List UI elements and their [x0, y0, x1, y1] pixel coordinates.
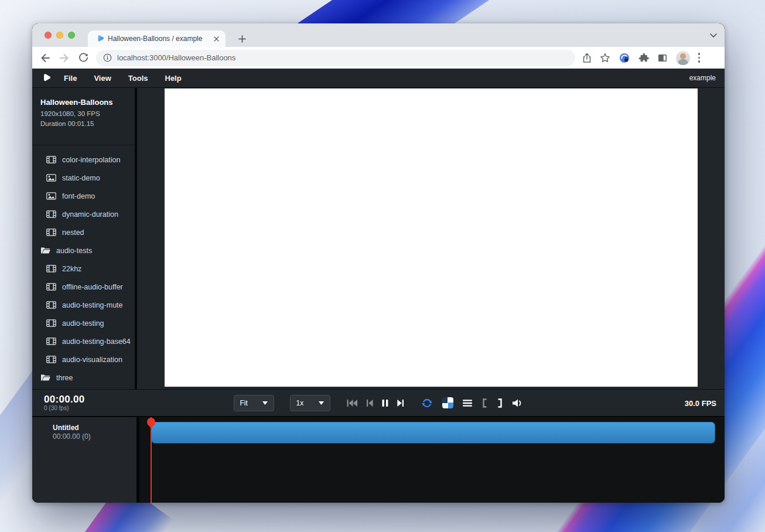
sidebar-composition-item[interactable]: static-demo — [32, 169, 135, 187]
composition-label: font-demo — [62, 192, 95, 200]
film-icon — [46, 356, 56, 363]
composition-title: Halloween-Balloons — [40, 98, 127, 107]
composition-label: audio-testing — [62, 319, 104, 328]
next-frame-button[interactable] — [397, 399, 405, 407]
chevron-down-icon — [319, 401, 324, 405]
share-icon[interactable] — [582, 53, 592, 63]
forward-button[interactable] — [59, 53, 70, 63]
sidebar-composition-item[interactable]: audio-tests — [32, 241, 135, 260]
image-icon — [46, 192, 56, 200]
composition-label: three — [56, 374, 73, 382]
film-icon — [46, 265, 56, 272]
composition-label: offline-audio-buffer — [62, 283, 123, 291]
sidebar-composition-item[interactable]: offline-audio-buffer — [32, 278, 135, 296]
image-icon — [46, 174, 56, 182]
sidebar-composition-item[interactable]: dynamic-duration — [32, 205, 135, 223]
volume-icon[interactable] — [512, 398, 524, 408]
pause-button[interactable] — [381, 399, 389, 407]
skip-to-start-button[interactable] — [346, 399, 358, 407]
toolbar-actions — [582, 51, 701, 65]
film-icon — [46, 301, 56, 309]
fullscreen-window-button[interactable] — [68, 32, 75, 39]
playback-controls-bar: 00:00.00 0 (30 fps) Fit 1x — [32, 389, 725, 416]
film-icon — [46, 210, 56, 218]
site-info-icon[interactable] — [103, 53, 112, 62]
composition-label: static-demo — [62, 174, 100, 182]
timeline-tracks-area[interactable] — [139, 417, 725, 503]
remotion-logo-icon[interactable] — [41, 73, 51, 83]
studio-menubar: File View Tools Help example — [32, 69, 725, 88]
current-frame-info: 0 (30 fps) — [44, 405, 85, 411]
playhead[interactable] — [151, 417, 152, 503]
sidebar-composition-item[interactable]: nested — [32, 223, 135, 241]
folder-open-icon — [40, 247, 50, 254]
speed-select-value: 1x — [296, 399, 304, 407]
timeline-track-header: Untitled 00:00.00 (0) — [32, 417, 136, 503]
composition-label: audio-tests — [56, 247, 92, 255]
track-time: 00:00.00 (0) — [53, 432, 136, 441]
tab-search-chevron-icon[interactable] — [710, 33, 717, 37]
extensions-puzzle-icon[interactable] — [638, 53, 649, 63]
composition-label: audio-testing-base64 — [62, 337, 131, 346]
browser-toolbar: localhost:3000/Halloween-Balloons — [32, 47, 725, 69]
close-window-button[interactable] — [45, 32, 52, 39]
out-point-bracket-icon[interactable] — [497, 398, 503, 408]
sidebar-composition-item[interactable]: audio-testing-base64 — [32, 332, 135, 350]
track-name: Untitled — [53, 424, 136, 432]
compositions-sidebar: Halloween-Balloons 1920x1080, 30 FPS Dur… — [32, 88, 135, 389]
privacy-extension-icon[interactable] — [619, 52, 630, 64]
preview-panel — [137, 88, 725, 389]
timeline-track-bar[interactable] — [151, 422, 715, 444]
menu-help[interactable]: Help — [165, 74, 182, 83]
sidebar-composition-item[interactable]: 22khz — [32, 260, 135, 278]
minimize-window-button[interactable] — [56, 32, 63, 39]
url-text[interactable]: localhost:3000/Halloween-Balloons — [117, 53, 235, 62]
current-timecode: 00:00.00 — [44, 394, 85, 405]
composition-label: 22khz — [62, 265, 81, 273]
transparency-checkerboard-toggle[interactable] — [442, 397, 453, 408]
in-point-bracket-icon[interactable] — [481, 398, 488, 408]
main-area: Halloween-Balloons 1920x1080, 30 FPS Dur… — [32, 88, 725, 389]
sidebar-composition-item[interactable]: three — [32, 369, 135, 387]
loop-toggle-icon[interactable] — [421, 398, 433, 408]
size-select[interactable]: Fit — [234, 395, 274, 411]
size-select-value: Fit — [240, 399, 248, 407]
film-icon — [46, 337, 56, 345]
playhead-knob[interactable] — [147, 418, 155, 426]
menu-view[interactable]: View — [94, 74, 111, 83]
reload-button[interactable] — [78, 53, 88, 63]
sidebar-composition-item[interactable]: font-demo — [32, 187, 135, 205]
tab-title: Halloween-Balloons / example — [108, 35, 208, 43]
film-icon — [46, 283, 56, 291]
sidebar-composition-item[interactable]: audio-visualization — [32, 350, 135, 369]
menu-tools[interactable]: Tools — [128, 74, 148, 83]
sidebar-composition-item[interactable]: audio-testing-mute — [32, 296, 135, 314]
bookmark-star-icon[interactable] — [600, 53, 610, 63]
film-icon — [46, 319, 56, 327]
remotion-favicon-icon — [95, 35, 104, 43]
composition-label: dynamic-duration — [62, 210, 118, 219]
tab-close-icon[interactable] — [211, 34, 221, 43]
sidebar-composition-item[interactable]: color-interpolation — [32, 151, 135, 169]
timeline-panel: Untitled 00:00.00 (0) — [32, 416, 725, 503]
browser-tab[interactable]: Halloween-Balloons / example — [88, 30, 226, 47]
preview-canvas[interactable] — [165, 88, 698, 387]
browser-window: Halloween-Balloons / example localhost:3… — [32, 23, 725, 503]
film-icon — [46, 229, 56, 236]
new-tab-button[interactable] — [235, 32, 248, 45]
sidebar-composition-item[interactable]: audio-testing — [32, 314, 135, 332]
playback-speed-select[interactable]: 1x — [290, 395, 330, 411]
composition-duration: Duration 00:01.15 — [40, 119, 127, 129]
composition-label: audio-testing-mute — [62, 301, 123, 309]
profile-avatar[interactable] — [676, 51, 690, 65]
menu-file[interactable]: File — [64, 74, 77, 83]
side-panel-icon[interactable] — [657, 53, 668, 63]
window-controls — [45, 32, 75, 39]
browser-menu-icon[interactable] — [698, 53, 700, 62]
back-button[interactable] — [40, 53, 50, 63]
address-bar[interactable]: localhost:3000/Halloween-Balloons — [96, 50, 575, 66]
previous-frame-button[interactable] — [366, 399, 374, 407]
chevron-down-icon — [262, 401, 268, 405]
rich-timeline-toggle-icon[interactable] — [462, 399, 473, 407]
composition-list: color-interpolation static-demo font-dem… — [32, 145, 135, 387]
